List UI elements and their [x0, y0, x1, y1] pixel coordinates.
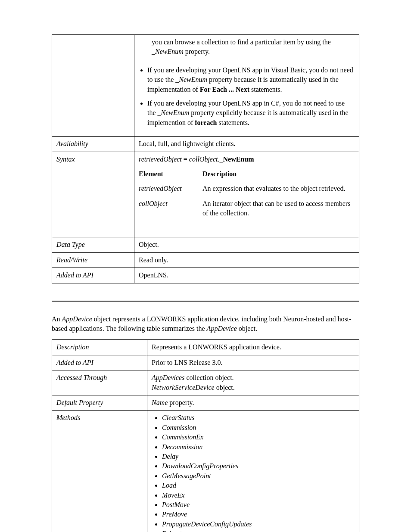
coll-label: collObject — [139, 200, 168, 207]
section-divider — [52, 301, 359, 302]
appdevice-intro: An AppDevice object represents a LONWORK… — [52, 314, 359, 334]
accessed-net: NetworkServiceDevice — [152, 384, 215, 391]
p-text-3: object. — [237, 325, 257, 332]
datatype-label: Data Type — [52, 237, 134, 252]
syntax-label: Syntax — [52, 152, 134, 237]
methods-label: Methods — [52, 411, 147, 532]
addedapi-value: OpenLNS. — [134, 268, 359, 283]
syntax-inner-table: Element Description retrievedObject An e… — [139, 168, 355, 222]
desc2-value: Represents a LONWORKS application device… — [147, 340, 359, 355]
method-item: ClearStatus — [162, 413, 355, 423]
accessed-label: Accessed Through — [52, 370, 147, 395]
desc2-label: Description — [52, 340, 147, 355]
method-item: Commission — [162, 423, 355, 432]
method-item: MoveEx — [162, 491, 355, 500]
p-text-2: object represents a LONWORKS application… — [52, 315, 351, 332]
method-item: CommissionEx — [162, 432, 355, 442]
intro-prop: _NewEnum — [152, 48, 184, 55]
method-item: PreMove — [162, 510, 355, 519]
method-item: Delay — [162, 452, 355, 461]
accessed-content: AppDevices collection object. NetworkSer… — [147, 370, 359, 395]
availability-label: Availability — [52, 137, 134, 152]
datatype-value: Object. — [134, 237, 359, 252]
retrieved-label: retrievedObject — [139, 185, 182, 192]
retrieved-desc: An expression that evaluates to the obje… — [202, 185, 345, 192]
method-item: PropagateDeviceConfigUpdates — [162, 520, 355, 529]
method-item: DownloadConfigProperties — [162, 461, 355, 471]
added2-label: Added to API — [52, 355, 147, 370]
desc-header: Description — [202, 170, 237, 177]
b2-text-c: statements. — [217, 119, 249, 126]
intro-text-1: you can browse a collection to find a pa… — [152, 38, 331, 46]
readwrite-label: Read/Write — [52, 252, 134, 268]
accessed-app: AppDevices — [152, 374, 184, 381]
methods-content: ClearStatus Commission CommissionEx Deco… — [147, 411, 359, 532]
syntax-newenum: _NewEnum — [219, 156, 254, 163]
accessed-app-suffix: collection object. — [184, 374, 234, 381]
method-item: Load — [162, 481, 355, 490]
b1-text-c: statements. — [249, 86, 282, 93]
newenum-table: you can browse a collection to find a pa… — [52, 34, 359, 283]
element-header: Element — [139, 170, 163, 177]
appdevice-table: Description Represents a LONWORKS applic… — [52, 339, 359, 532]
addedapi-label: Added to API — [52, 268, 134, 283]
default-content: Name property. — [147, 395, 359, 410]
syntax-content: retrievedObject = collObject._NewEnum El… — [134, 152, 359, 237]
method-item: PostMove — [162, 500, 355, 510]
b2-prop: _NewEnum — [158, 109, 190, 116]
p-text-1: An — [52, 315, 62, 323]
method-item: Decommission — [162, 442, 355, 452]
syntax-retrieved: retrievedObject — [139, 156, 182, 163]
b2-bold: foreach — [195, 119, 217, 126]
coll-desc: An iterator object that can be used to a… — [202, 200, 350, 217]
method-item: GetMessagePoint — [162, 471, 355, 481]
p-app-1: AppDevice — [62, 315, 92, 323]
row-intro-content: you can browse a collection to find a pa… — [134, 35, 359, 137]
default-suffix: property. — [168, 399, 194, 406]
default-label: Default Property — [52, 395, 147, 410]
accessed-net-suffix: object. — [215, 384, 235, 391]
syntax-coll: collObject — [189, 156, 218, 163]
row-intro-label — [52, 35, 134, 137]
syntax-eq: = — [182, 156, 189, 163]
bullet-csharp: If you are developing your OpenLNS app i… — [147, 99, 355, 128]
availability-value: Local, full, and lightweight clients. — [134, 137, 359, 152]
added2-value: Prior to LNS Release 3.0. — [147, 355, 359, 370]
bullet-vb: If you are developing your OpenLNS app i… — [147, 65, 355, 94]
p-app-2: AppDevice — [207, 325, 237, 332]
readwrite-value: Read only. — [134, 252, 359, 268]
b1-prop: _NewEnum — [175, 76, 207, 83]
default-name: Name — [152, 399, 168, 406]
b1-bold: For Each ... Next — [200, 86, 249, 93]
method-item: Reboot — [162, 529, 355, 532]
intro-text-end: property. — [184, 48, 210, 55]
